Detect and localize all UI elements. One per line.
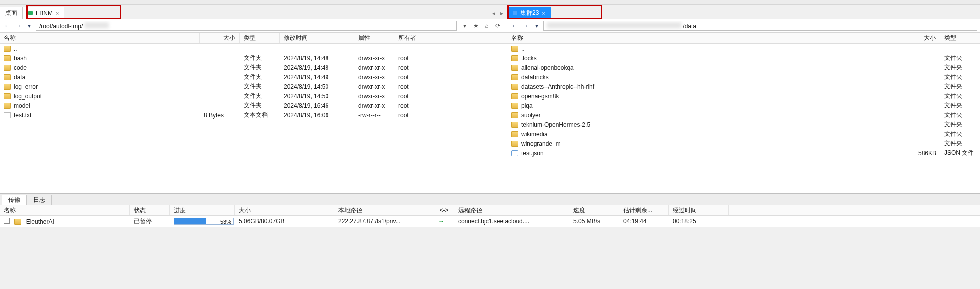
file-row[interactable]: databricks文件夹 bbox=[507, 72, 980, 82]
col-elapsed[interactable]: 经过时间 bbox=[669, 205, 729, 215]
transfer-status: 已暂停 bbox=[130, 217, 170, 226]
tab-cluster23[interactable]: 集群23 × bbox=[507, 7, 551, 19]
folder-icon bbox=[511, 74, 518, 80]
file-row[interactable]: test.txt8 Bytes文本文档2024/8/19, 16:06-rw-r… bbox=[0, 110, 507, 120]
folder-icon bbox=[4, 93, 11, 99]
col-remote-path[interactable]: 远程路径 bbox=[454, 205, 569, 215]
file-mtime-cell: 2024/8/19, 14:48 bbox=[280, 55, 354, 62]
nav-back-icon[interactable]: ← bbox=[510, 21, 519, 30]
file-row[interactable]: teknium-OpenHermes-2.5文件夹 bbox=[507, 120, 980, 129]
tab-fbnm[interactable]: FBNM × bbox=[23, 7, 64, 19]
progress-bar: 53% bbox=[174, 218, 234, 225]
col-status[interactable]: 状态 bbox=[130, 205, 170, 215]
file-row[interactable]: bash文件夹2024/8/19, 14:48drwxr-xr-xroot bbox=[0, 53, 507, 63]
file-row[interactable]: test.json586KBJSON 文件 bbox=[507, 148, 980, 158]
file-attr-cell: drwxr-xr-x bbox=[354, 74, 394, 81]
chevron-left-icon[interactable]: ◂ bbox=[492, 10, 495, 17]
file-row[interactable]: suolyer文件夹 bbox=[507, 110, 980, 120]
file-row[interactable]: datasets--Anthropic--hh-rlhf文件夹 bbox=[507, 82, 980, 91]
folder-icon bbox=[4, 103, 11, 109]
bookmark-icon[interactable]: ★ bbox=[472, 22, 480, 30]
tab-log[interactable]: 日志 bbox=[27, 195, 52, 205]
tab-desktop[interactable]: 桌面 bbox=[0, 7, 23, 19]
col-size[interactable]: 大小 bbox=[905, 33, 940, 43]
transfer-progress-cell: 53% bbox=[170, 218, 235, 225]
file-row[interactable]: winogrande_m文件夹 bbox=[507, 139, 980, 148]
chevron-right-icon[interactable]: ▸ bbox=[500, 10, 503, 17]
col-attr[interactable]: 属性 bbox=[354, 33, 394, 43]
file-row[interactable]: log_output文件夹2024/8/19, 14:50drwxr-xr-xr… bbox=[0, 91, 507, 101]
col-name[interactable]: 名称 bbox=[0, 205, 130, 215]
file-name-cell: data bbox=[0, 74, 200, 81]
file-type-cell: 文件夹 bbox=[940, 54, 980, 62]
file-attr-cell: drwxr-xr-x bbox=[354, 83, 394, 90]
file-row[interactable]: .locks文件夹 bbox=[507, 53, 980, 63]
nav-forward-icon[interactable]: → bbox=[14, 21, 23, 30]
col-owner[interactable]: 所有者 bbox=[394, 33, 434, 43]
col-name[interactable]: 名称 bbox=[507, 33, 905, 43]
col-size[interactable]: 大小 bbox=[200, 33, 240, 43]
col-label: 大小 bbox=[239, 206, 251, 215]
file-row[interactable]: allenai-openbookqa文件夹 bbox=[507, 63, 980, 72]
file-row[interactable]: wikimedia文件夹 bbox=[507, 129, 980, 139]
window-top-strip bbox=[0, 0, 980, 5]
file-rows-left: ..bash文件夹2024/8/19, 14:48drwxr-xr-xrootc… bbox=[0, 44, 507, 193]
file-name: .. bbox=[14, 45, 17, 52]
nav-back-icon[interactable]: ← bbox=[3, 21, 12, 30]
close-icon[interactable]: × bbox=[542, 10, 545, 16]
file-name: .. bbox=[521, 45, 525, 52]
col-label: 名称 bbox=[4, 34, 16, 42]
file-attr-cell: drwxr-xr-x bbox=[354, 64, 394, 71]
col-eta[interactable]: 估计剩余... bbox=[619, 205, 669, 215]
transfer-row[interactable]: EleutherAI 已暂停 53% 5.06GB/80.07GB 222.27… bbox=[0, 216, 980, 227]
file-row[interactable]: code文件夹2024/8/19, 14:48drwxr-xr-xroot bbox=[0, 63, 507, 72]
transfer-headers: 名称 状态 进度 大小 本地路径 <-> 远程路径 速度 估计剩余... 经过时… bbox=[0, 205, 980, 216]
column-headers-right: 名称 大小 类型 bbox=[507, 33, 980, 44]
file-name-cell: log_output bbox=[0, 93, 200, 100]
file-name: databricks bbox=[521, 74, 549, 81]
nav-forward-icon[interactable]: → bbox=[521, 21, 530, 30]
address-input-left[interactable]: /root/autodl-tmp/ bbox=[36, 21, 457, 31]
address-text: /data bbox=[683, 23, 696, 30]
file-mtime-cell: 2024/8/19, 14:50 bbox=[280, 83, 354, 90]
col-type[interactable]: 类型 bbox=[240, 33, 280, 43]
nav-dropdown-icon[interactable]: ▾ bbox=[532, 21, 541, 30]
col-progress[interactable]: 进度 bbox=[170, 205, 235, 215]
col-label: 本地路径 bbox=[338, 206, 362, 215]
file-type-cell: 文件夹 bbox=[940, 120, 980, 129]
col-type[interactable]: 类型 bbox=[940, 33, 980, 43]
file-size-cell: 586KB bbox=[905, 150, 940, 157]
file-row[interactable]: .. bbox=[0, 44, 507, 53]
file-row[interactable]: .. bbox=[507, 44, 980, 53]
tab-label: 传输 bbox=[8, 196, 20, 204]
checkbox[interactable] bbox=[4, 218, 10, 224]
file-attr-cell: drwxr-xr-x bbox=[354, 93, 394, 100]
home-icon[interactable]: ⌂ bbox=[483, 22, 491, 30]
progress-fill bbox=[174, 218, 206, 224]
file-row[interactable]: piqa文件夹 bbox=[507, 101, 980, 110]
col-mtime[interactable]: 修改时间 bbox=[280, 33, 354, 43]
file-row[interactable]: data文件夹2024/8/19, 14:49drwxr-xr-xroot bbox=[0, 72, 507, 82]
tab-transfer[interactable]: 传输 bbox=[2, 195, 27, 205]
col-size[interactable]: 大小 bbox=[235, 205, 334, 215]
address-pane-left: ← → ▾ /root/autodl-tmp/ ▾ ★ ⌂ ⟳ bbox=[0, 19, 507, 33]
col-speed[interactable]: 速度 bbox=[569, 205, 619, 215]
file-name-cell: databricks bbox=[507, 74, 905, 81]
col-direction[interactable]: <-> bbox=[434, 205, 454, 215]
file-type-cell: 文件夹 bbox=[940, 130, 980, 138]
nav-dropdown-icon[interactable]: ▾ bbox=[25, 21, 34, 30]
dropdown-icon[interactable]: ▾ bbox=[461, 22, 469, 30]
col-label: 大小 bbox=[924, 34, 936, 42]
file-row[interactable]: model文件夹2024/8/19, 16:46drwxr-xr-xroot bbox=[0, 101, 507, 110]
file-row[interactable]: openai-gsm8k文件夹 bbox=[507, 91, 980, 101]
address-input-right[interactable]: /data bbox=[543, 21, 977, 31]
col-local-path[interactable]: 本地路径 bbox=[334, 205, 434, 215]
col-label: 状态 bbox=[134, 206, 146, 215]
file-owner-cell: root bbox=[394, 112, 434, 119]
refresh-icon[interactable]: ⟳ bbox=[494, 22, 502, 30]
file-pane-right: 名称 大小 类型 ...locks文件夹allenai-openbookqa文件… bbox=[507, 33, 980, 193]
col-name[interactable]: 名称 bbox=[0, 33, 200, 43]
file-row[interactable]: log_error文件夹2024/8/19, 14:50drwxr-xr-xro… bbox=[0, 82, 507, 91]
close-icon[interactable]: × bbox=[56, 10, 59, 16]
col-label: 大小 bbox=[223, 34, 235, 42]
